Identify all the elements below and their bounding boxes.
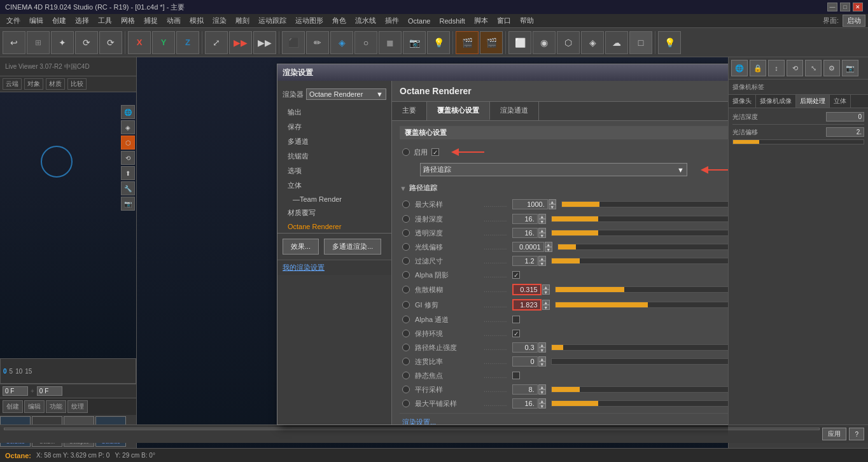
- dialog-titlebar[interactable]: 渲染设置 — □ ✕: [277, 64, 728, 81]
- menu-render[interactable]: 渲染: [209, 15, 230, 27]
- slider-max-tile[interactable]: [551, 400, 728, 407]
- rs-btn-gear[interactable]: ⚙: [823, 60, 840, 76]
- slider-coherent[interactable]: [551, 358, 728, 365]
- pen-btn[interactable]: ✏: [306, 31, 329, 54]
- apply-btn[interactable]: 应用: [822, 428, 846, 440]
- radio-filter-size[interactable]: [402, 257, 410, 265]
- nav-output[interactable]: 输出: [277, 105, 391, 120]
- slider-ray-offset[interactable]: [557, 244, 728, 250]
- dn-caustic-blur[interactable]: ▼: [542, 290, 550, 295]
- checkbox-keep-env[interactable]: ✓: [512, 330, 520, 337]
- question-btn[interactable]: ?: [849, 428, 864, 440]
- enable-checkbox[interactable]: ✓: [431, 148, 439, 156]
- input-diffuse-depth[interactable]: [512, 214, 538, 224]
- input-filter-size[interactable]: [512, 256, 538, 266]
- up-path-term[interactable]: ▲: [538, 342, 546, 347]
- radio-static-focus[interactable]: [402, 372, 410, 379]
- menu-octane[interactable]: Octane: [404, 16, 434, 26]
- dn-filter-size[interactable]: ▼: [538, 261, 546, 266]
- slider-filter-size[interactable]: [551, 258, 728, 264]
- rs-slider-bokeh[interactable]: [732, 139, 864, 144]
- vp-icon-6[interactable]: 🔧: [121, 181, 135, 195]
- vp-icon-4[interactable]: ⟲: [121, 151, 135, 165]
- nav-antialias[interactable]: 抗锯齿: [277, 149, 391, 164]
- up-coherent[interactable]: ▲: [538, 356, 546, 361]
- light-btn[interactable]: 💡: [427, 31, 450, 54]
- camera-btn[interactable]: 📷: [403, 31, 426, 54]
- nav-options[interactable]: 选项: [277, 164, 391, 178]
- dn-path-term[interactable]: ▼: [538, 347, 546, 353]
- menu-motion-track[interactable]: 运动跟踪: [255, 15, 290, 27]
- mat-btn2[interactable]: 材质: [46, 78, 65, 90]
- anim-btn[interactable]: ▶▶: [229, 31, 252, 54]
- menu-create[interactable]: 创建: [48, 15, 70, 27]
- input-trans-depth[interactable]: [512, 228, 538, 238]
- radio-trans-depth[interactable]: [402, 229, 410, 237]
- checkbox-static-focus[interactable]: [512, 372, 520, 379]
- mat-btn[interactable]: ◼: [379, 31, 402, 54]
- up-parallel-sample[interactable]: ▲: [538, 384, 546, 389]
- undo-btn[interactable]: ↩: [3, 31, 25, 54]
- radio-keep-env[interactable]: [402, 330, 410, 337]
- input-coherent[interactable]: [512, 356, 538, 367]
- menu-file[interactable]: 文件: [3, 15, 24, 27]
- minimize-btn[interactable]: —: [827, 3, 837, 11]
- rs-btn-arrow[interactable]: ↕: [768, 60, 785, 76]
- radio-alpha-channel[interactable]: [402, 316, 410, 323]
- checkbox-alpha-channel[interactable]: [512, 316, 520, 323]
- radio-ray-offset[interactable]: [402, 243, 410, 251]
- input-gi-clamp[interactable]: [512, 299, 542, 311]
- input-parallel-sample[interactable]: [512, 384, 538, 395]
- rs-tab-img[interactable]: 摄像机成像: [756, 95, 796, 108]
- up-filter-size[interactable]: ▲: [538, 256, 546, 261]
- vp-icon-7[interactable]: 📷: [121, 197, 135, 211]
- input-max-sample[interactable]: [512, 199, 548, 209]
- edit-btn[interactable]: 编辑: [24, 400, 45, 413]
- radio-max-sample[interactable]: [402, 200, 410, 208]
- dn-ray-offset[interactable]: ▼: [545, 247, 552, 252]
- cube-btn[interactable]: ⬛: [282, 31, 305, 54]
- obj-rot-btn[interactable]: ⟳: [99, 31, 122, 54]
- menu-window[interactable]: 窗口: [493, 15, 515, 27]
- radio-max-tile[interactable]: [402, 400, 410, 407]
- menu-snap[interactable]: 捕捉: [140, 15, 162, 27]
- phong-btn[interactable]: ◈: [581, 31, 604, 54]
- nav-octane[interactable]: Octane Renderer: [277, 220, 391, 233]
- vp-icon-2[interactable]: ◈: [121, 120, 135, 134]
- interface-value[interactable]: 启动: [843, 15, 865, 27]
- move-btn[interactable]: ⤢: [205, 31, 228, 54]
- renderer-select[interactable]: Octane Renderer ▼: [306, 88, 386, 100]
- axis-y-btn[interactable]: Y: [152, 31, 175, 54]
- radio-alpha-shadow[interactable]: [402, 271, 410, 279]
- menu-select[interactable]: 选择: [71, 15, 93, 27]
- menu-redshift[interactable]: Redshift: [435, 16, 468, 26]
- circle-btn[interactable]: ○: [354, 31, 377, 54]
- menu-pipeline[interactable]: 流水线: [351, 15, 380, 27]
- vp-icon-3[interactable]: ⬡: [121, 136, 135, 150]
- dn-max-tile[interactable]: ▼: [538, 403, 546, 409]
- anim-btn2[interactable]: ▶▶: [253, 31, 276, 54]
- multi-render-btn[interactable]: 多通道渲染...: [324, 239, 381, 255]
- enable-radio[interactable]: [402, 148, 410, 156]
- slider-gi-clamp[interactable]: [555, 302, 728, 308]
- dn-diffuse-depth[interactable]: ▼: [538, 219, 546, 224]
- radio-diffuse-depth[interactable]: [402, 215, 410, 223]
- up-gi-clamp[interactable]: ▲: [542, 300, 550, 305]
- radio-path-term[interactable]: [402, 344, 410, 351]
- render-settings-link[interactable]: 渲染设置...: [402, 418, 436, 424]
- axis-x-btn[interactable]: X: [128, 31, 151, 54]
- render-btn[interactable]: 🎬: [456, 31, 479, 54]
- vp-icon-1[interactable]: 🌐: [121, 105, 135, 119]
- nav-mat-override[interactable]: 材质覆写: [277, 206, 391, 220]
- effects-btn[interactable]: 效果...: [283, 239, 319, 255]
- rs-btn-cam[interactable]: 📷: [842, 60, 858, 76]
- menu-character[interactable]: 角色: [328, 15, 350, 27]
- bulb-btn[interactable]: 💡: [658, 31, 681, 54]
- axis-z-btn[interactable]: Z: [176, 31, 199, 54]
- rs-btn-lock[interactable]: 🔒: [750, 60, 766, 76]
- menu-edit[interactable]: 编辑: [25, 15, 47, 27]
- compare-btn[interactable]: 比较: [67, 78, 87, 90]
- rs-input-bokeh[interactable]: [826, 112, 864, 122]
- slider-diffuse-depth[interactable]: [551, 216, 728, 222]
- up-caustic-blur[interactable]: ▲: [542, 284, 550, 290]
